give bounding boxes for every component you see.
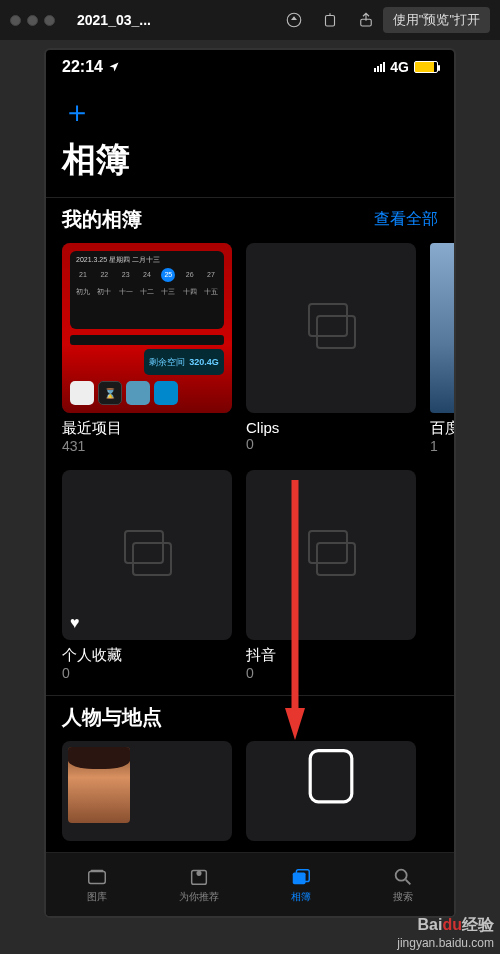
album-recents-thumb: 2021.3.25 星期四 二月十三 21222324252627 初九初十十一… — [62, 243, 232, 413]
add-album-button[interactable]: ＋ — [46, 84, 454, 133]
toolbar-icons — [285, 11, 375, 29]
status-network: 4G — [390, 59, 409, 75]
album-recents[interactable]: 2021.3.25 星期四 二月十三 21222324252627 初九初十十一… — [62, 243, 232, 454]
album-favorites-thumb: ♥ — [62, 470, 232, 640]
album-count: 431 — [62, 438, 232, 454]
album-baidu-thumb — [430, 243, 454, 413]
empty-stack-icon — [115, 523, 179, 587]
tab-library[interactable]: 图库 — [46, 853, 148, 916]
album-clips-thumb — [246, 243, 416, 413]
location-icon — [108, 61, 120, 73]
svg-rect-5 — [125, 531, 163, 563]
traffic-lights[interactable] — [10, 15, 55, 26]
tab-bar: 图库 为你推荐 相簿 搜索 — [46, 852, 454, 916]
album-douyin[interactable]: 抖音 0 — [246, 470, 416, 681]
svg-rect-11 — [91, 869, 104, 871]
tab-albums[interactable]: 相簿 — [250, 853, 352, 916]
map-pin-outline-icon — [281, 741, 381, 821]
svg-rect-3 — [309, 304, 347, 336]
svg-rect-6 — [133, 543, 171, 575]
battery-icon — [414, 61, 438, 73]
people-places-header: 人物与地点 — [46, 695, 454, 741]
info-icon[interactable] — [285, 11, 303, 29]
ios-status-bar: 22:14 4G — [46, 50, 454, 84]
search-icon — [390, 866, 416, 888]
svg-rect-8 — [317, 543, 355, 575]
album-count: 1 — [430, 438, 454, 454]
zoom-window-dot[interactable] — [44, 15, 55, 26]
svg-rect-4 — [317, 316, 355, 348]
library-icon — [84, 866, 110, 888]
people-card[interactable] — [62, 741, 232, 841]
window-title: 2021_03_... — [77, 12, 151, 28]
minimize-window-dot[interactable] — [27, 15, 38, 26]
album-clips[interactable]: Clips 0 — [246, 243, 416, 454]
album-count: 0 — [246, 436, 416, 452]
app-icons: ⌛ — [70, 381, 178, 405]
tab-search[interactable]: 搜索 — [352, 853, 454, 916]
album-count: 0 — [62, 665, 232, 681]
album-label: 个人收藏 — [62, 646, 232, 665]
album-label: 最近项目 — [62, 419, 232, 438]
rotate-icon[interactable] — [321, 11, 339, 29]
album-label: Clips — [246, 419, 416, 436]
watermark: Baidu经验 jingyan.baidu.com — [397, 915, 494, 950]
tab-for-you[interactable]: 为你推荐 — [148, 853, 250, 916]
album-douyin-thumb — [246, 470, 416, 640]
svg-rect-13 — [293, 872, 306, 884]
album-baidu[interactable]: 百度 1 — [430, 243, 454, 454]
calendar-widget: 2021.3.25 星期四 二月十三 21222324252627 初九初十十一… — [70, 251, 224, 329]
svg-point-15 — [396, 869, 407, 880]
album-label: 百度 — [430, 419, 454, 438]
heart-icon: ♥ — [70, 614, 80, 632]
albums-icon — [288, 866, 314, 888]
album-favorites[interactable]: ♥ 个人收藏 0 — [62, 470, 232, 681]
people-places-title: 人物与地点 — [62, 704, 162, 731]
phone-screen: 22:14 4G ＋ 相簿 我的相簿 查看全部 2021.3.25 星期四 二月… — [44, 48, 456, 918]
people-places-row — [46, 741, 454, 841]
share-icon[interactable] — [357, 11, 375, 29]
album-row-2: ♥ 个人收藏 0 抖音 0 — [46, 470, 454, 681]
close-window-dot[interactable] — [10, 15, 21, 26]
macos-titlebar: 2021_03_... 使用"预览"打开 — [0, 0, 500, 40]
my-albums-title: 我的相簿 — [62, 206, 142, 233]
empty-stack-icon — [299, 523, 363, 587]
album-count: 0 — [246, 665, 416, 681]
tab-label: 图库 — [87, 890, 107, 904]
tab-label: 搜索 — [393, 890, 413, 904]
places-card[interactable] — [246, 741, 416, 841]
tab-label: 为你推荐 — [179, 890, 219, 904]
empty-stack-icon — [299, 296, 363, 360]
my-albums-header: 我的相簿 查看全部 — [46, 197, 454, 243]
watermark-url: jingyan.baidu.com — [397, 936, 494, 950]
svg-rect-1 — [325, 16, 334, 27]
page-title: 相簿 — [46, 133, 454, 197]
svg-rect-10 — [89, 871, 106, 883]
disk-widget: 剩余空间 320.4G — [144, 349, 224, 375]
face-thumbnail — [68, 747, 130, 823]
open-with-preview-button[interactable]: 使用"预览"打开 — [383, 7, 490, 33]
album-row-1: 2021.3.25 星期四 二月十三 21222324252627 初九初十十一… — [46, 243, 454, 454]
tab-label: 相簿 — [291, 890, 311, 904]
svg-rect-9 — [310, 751, 352, 802]
signal-icon — [374, 62, 385, 72]
status-time: 22:14 — [62, 58, 103, 76]
album-label: 抖音 — [246, 646, 416, 665]
see-all-link[interactable]: 查看全部 — [374, 209, 438, 230]
for-you-icon — [186, 866, 212, 888]
svg-rect-7 — [309, 531, 347, 563]
